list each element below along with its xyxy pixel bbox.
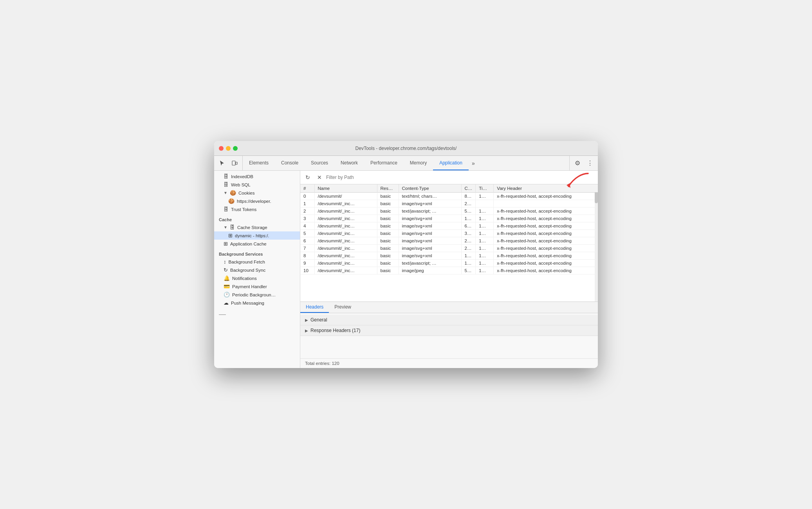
sidebar-item-indexeddb[interactable]: 🗄 IndexedDB <box>214 172 300 180</box>
bottom-tab-bar: Headers Preview <box>300 302 598 313</box>
tab-network[interactable]: Network <box>334 156 364 170</box>
bg-section-header: Background Services <box>214 248 300 258</box>
filter-bar: ↻ ✕ <box>300 171 598 184</box>
refresh-button[interactable]: ↻ <box>303 172 313 182</box>
table-row[interactable]: 8/devsummit/_inc…basicimage/svg+xml1…1…x… <box>300 252 598 260</box>
table-row[interactable]: 7/devsummit/_inc…basicimage/svg+xml2…1…x… <box>300 245 598 252</box>
sidebar-item-bg-sync[interactable]: ↻ Background Sync <box>214 266 300 274</box>
sidebar-item-push-messaging[interactable]: ☁ Push Messaging <box>214 299 300 307</box>
storage-icon: 🗄 <box>230 224 235 230</box>
devtools-window: DevTools - developer.chrome.com/tags/dev… <box>214 141 598 368</box>
sidebar-item-dynamic-cache[interactable]: ⊞ dynamic - https:/. <box>214 231 300 240</box>
payment-icon: 💳 <box>224 283 230 289</box>
fetch-icon: ↕ <box>224 259 226 265</box>
table-row[interactable]: 6/devsummit/_inc…basicimage/svg+xml2…1…x… <box>300 237 598 245</box>
database-icon: 🗄 <box>224 206 229 212</box>
section-arrow-icon: ▶ <box>305 318 308 322</box>
tooltip: ⚠ Set ignoreVary to true when matching t… <box>433 208 540 208</box>
warning-icon: ⚠ <box>438 208 443 208</box>
tab-memory[interactable]: Memory <box>404 156 433 170</box>
grid-icon: ⊞ <box>228 233 233 238</box>
expand-arrow-icon: ▼ <box>224 225 227 229</box>
col-res[interactable]: Res… <box>377 184 399 193</box>
clock-icon: 🕐 <box>224 292 230 298</box>
table-row[interactable]: 0/devsummit/basictext/html; chars…8…1…x-… <box>300 193 598 200</box>
cursor-icon[interactable] <box>217 159 227 168</box>
database-icon: 🗄 <box>224 182 229 188</box>
more-tabs-button[interactable]: » <box>469 156 478 170</box>
scrollbar-track[interactable] <box>595 184 598 301</box>
traffic-lights <box>214 146 238 151</box>
sidebar-item-periodic-bg[interactable]: 🕐 Periodic Backgroun… <box>214 291 300 299</box>
tab-performance[interactable]: Performance <box>364 156 404 170</box>
arrow-annotation <box>563 171 590 191</box>
sidebar-item-websql[interactable]: 🗄 Web SQL <box>214 180 300 189</box>
grid-icon: ⊞ <box>224 241 228 247</box>
table-row[interactable]: 2/devsummit/_inc…basictext/javascript; …… <box>300 208 598 215</box>
main-area: 🗄 IndexedDB 🗄 Web SQL ▼ 🍪 Cookies 🍪 http… <box>214 171 598 368</box>
col-ti[interactable]: Ti… <box>476 184 494 193</box>
section-general-label: General <box>310 317 327 323</box>
section-response-headers[interactable]: ▶ Response Headers (17) <box>300 325 598 336</box>
device-icon[interactable] <box>230 159 239 168</box>
sidebar-item-cache-storage[interactable]: ▼ 🗄 Cache Storage <box>214 223 300 231</box>
filter-input[interactable] <box>326 175 595 180</box>
cookie-icon: 🍪 <box>228 198 235 204</box>
cloud-icon: ☁ <box>224 300 229 306</box>
title-bar: DevTools - developer.chrome.com/tags/dev… <box>214 141 598 156</box>
table-row[interactable]: 5/devsummit/_inc…basicimage/svg+xml3…1…x… <box>300 230 598 237</box>
minimize-button[interactable] <box>226 146 231 151</box>
sidebar-item-notifications[interactable]: 🔔 Notifications <box>214 274 300 282</box>
tab-bar: Elements Console Sources Network Perform… <box>243 156 569 170</box>
bottom-tab-headers[interactable]: Headers <box>300 302 329 313</box>
tab-sources[interactable]: Sources <box>305 156 334 170</box>
clear-button[interactable]: ✕ <box>314 172 325 182</box>
sidebar-item-bg-fetch[interactable]: ↕ Background Fetch <box>214 258 300 266</box>
expand-arrow-icon: ▼ <box>224 191 227 195</box>
sidebar-item-payment-handler[interactable]: 💳 Payment Handler <box>214 282 300 291</box>
toolbar-right: ⚙ ⋮ <box>569 156 598 170</box>
col-name[interactable]: Name <box>314 184 377 193</box>
database-icon: 🗄 <box>224 173 229 179</box>
tooltip-row: ⚠ Set ignoreVary to true when matching t… <box>300 208 598 208</box>
table-header-row: # Name Res… Content-Type C… Ti… Vary Hea… <box>300 184 598 193</box>
cookie-icon: 🍪 <box>230 190 236 196</box>
bottom-content: ▶ General ▶ Response Headers (17) <box>300 313 598 358</box>
sidebar-item-cookies[interactable]: ▼ 🍪 Cookies <box>214 189 300 197</box>
settings-icon[interactable]: ⚙ <box>573 159 582 168</box>
table-row[interactable]: 9/devsummit/_inc…basictext/javascript; …… <box>300 260 598 267</box>
sync-icon: ↻ <box>224 267 228 273</box>
more-options-icon[interactable]: ⋮ <box>585 159 595 168</box>
sidebar: 🗄 IndexedDB 🗄 Web SQL ▼ 🍪 Cookies 🍪 http… <box>214 171 300 368</box>
sidebar-collapse[interactable]: — <box>214 307 300 321</box>
tab-application[interactable]: Application <box>433 156 469 170</box>
bottom-panel: Headers Preview ▶ General ▶ Response Hea… <box>300 301 598 368</box>
maximize-button[interactable] <box>233 146 238 151</box>
sidebar-item-trust-tokens[interactable]: 🗄 Trust Tokens <box>214 205 300 213</box>
section-general[interactable]: ▶ General <box>300 315 598 325</box>
bottom-tab-preview[interactable]: Preview <box>329 302 357 313</box>
total-entries: Total entries: 120 <box>300 358 598 368</box>
svg-rect-0 <box>232 161 235 165</box>
sidebar-item-cookies-url[interactable]: 🍪 https://developer. <box>214 197 300 205</box>
cache-section-header: Cache <box>214 213 300 223</box>
content-area: ↻ ✕ # Name <box>300 171 598 368</box>
table-row[interactable]: 3/devsummit/_inc…basicimage/svg+xml1…1…x… <box>300 215 598 222</box>
close-button[interactable] <box>219 146 224 151</box>
section-arrow-icon: ▶ <box>305 329 308 333</box>
svg-rect-1 <box>236 162 237 164</box>
window-title: DevTools - developer.chrome.com/tags/dev… <box>355 146 457 151</box>
table-row[interactable]: 1/devsummit/_inc…basicimage/svg+xml2… <box>300 200 598 208</box>
table-row[interactable]: 10/devsummit/_inc…basicimage/jpeg5…1…x-f… <box>300 267 598 274</box>
col-content-type[interactable]: Content-Type <box>399 184 461 193</box>
col-num[interactable]: # <box>300 184 314 193</box>
cache-table: # Name Res… Content-Type C… Ti… Vary Hea… <box>300 184 598 301</box>
table-row[interactable]: 4/devsummit/_inc…basicimage/svg+xml6…1…x… <box>300 222 598 230</box>
sidebar-item-app-cache[interactable]: ⊞ Application Cache <box>214 240 300 248</box>
toolbar-icons <box>214 156 243 170</box>
tooltip-text: Set ignoreVary to true when matching thi… <box>445 208 536 208</box>
tab-elements[interactable]: Elements <box>243 156 275 170</box>
section-response-label: Response Headers (17) <box>310 328 360 333</box>
col-c[interactable]: C… <box>461 184 476 193</box>
tab-console[interactable]: Console <box>275 156 305 170</box>
